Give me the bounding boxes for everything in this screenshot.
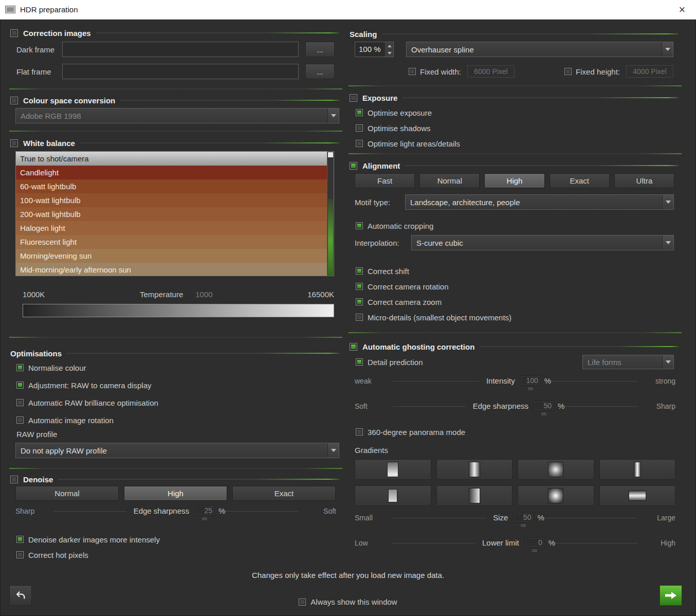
mode-button-high[interactable]: High: [124, 486, 227, 501]
checkbox[interactable]: [356, 314, 363, 321]
chevron-down-icon[interactable]: [662, 42, 673, 57]
option-automatic-raw-brilliance-optimisation[interactable]: Automatic RAW brilliance optimisation: [16, 394, 342, 411]
chevron-down-icon[interactable]: [662, 195, 673, 209]
dark-frame-browse-button[interactable]: ...: [305, 42, 335, 57]
temperature-gradient-bar[interactable]: [23, 304, 334, 317]
option-normalise-colour[interactable]: Normalise colour: [16, 359, 342, 376]
lower-limit-value[interactable]: 0: [524, 537, 545, 553]
wb-item-60-watt-lightbulb[interactable]: 60-watt lightbulb: [16, 179, 327, 193]
gradient-tile-cylinder-horizontal[interactable]: [599, 485, 676, 506]
chevron-down-icon[interactable]: [327, 443, 339, 458]
scaling-method-select[interactable]: Overhauser spline: [406, 42, 673, 57]
mode-button-high[interactable]: High: [484, 173, 544, 188]
mode-button-fast[interactable]: Fast: [355, 173, 415, 188]
mode-button-ultra[interactable]: Ultra: [614, 173, 674, 188]
slider-handle[interactable]: [532, 549, 538, 553]
gradient-tile-cylinder-vertical[interactable]: [436, 459, 513, 480]
alignment-checkbox[interactable]: [350, 162, 357, 170]
chevron-down-icon[interactable]: [327, 108, 339, 123]
always-show-checkbox[interactable]: [299, 599, 306, 606]
flat-frame-input[interactable]: [62, 64, 299, 79]
gradient-tile-linear-vertical[interactable]: [355, 459, 431, 480]
slider-track[interactable]: [393, 381, 479, 382]
edge-sharpness-value[interactable]: 50: [534, 401, 554, 416]
checkbox[interactable]: [16, 536, 24, 543]
motif-type-select[interactable]: Landscape, architecture, people: [405, 194, 674, 210]
dark-frame-input[interactable]: [62, 42, 299, 57]
checkbox[interactable]: [16, 399, 24, 406]
gradient-tile-radial-large[interactable]: [518, 485, 594, 506]
value-box[interactable]: 25: [194, 505, 215, 516]
slider-handle[interactable]: [202, 517, 208, 521]
wb-item-candlelight[interactable]: Candlelight: [16, 166, 327, 179]
wb-item-true-to-shot-camera[interactable]: True to shot/camera: [16, 152, 327, 166]
option-correct-camera-rotation[interactable]: Correct camera rotation: [356, 279, 682, 294]
slider-handle[interactable]: [520, 523, 526, 528]
slider-track[interactable]: [555, 543, 637, 543]
slider-track[interactable]: [544, 518, 637, 518]
exposure-checkbox[interactable]: [350, 94, 357, 102]
panorama-mode-row[interactable]: 360-degree panorama mode: [349, 425, 682, 439]
white-balance-checkbox[interactable]: [10, 139, 18, 147]
wb-item-morning-evening-sun[interactable]: Morning/evening sun: [16, 249, 327, 263]
close-button[interactable]: ×: [673, 1, 691, 19]
spin-up-icon[interactable]: [386, 42, 393, 49]
checkbox[interactable]: [16, 382, 24, 389]
checkbox[interactable]: [356, 267, 363, 275]
gradient-tile-radial-bright-center[interactable]: [518, 459, 594, 480]
option-denoise-darker-images-more-intensely[interactable]: Denoise darker images more intensely: [16, 532, 342, 547]
flat-frame-browse-button[interactable]: ...: [305, 64, 335, 79]
scale-percent-spinner[interactable]: 100 %: [355, 42, 394, 57]
checkbox[interactable]: [16, 416, 24, 424]
slider-track[interactable]: [551, 381, 637, 382]
spin-down-icon[interactable]: [386, 49, 393, 57]
option-optimise-shadows[interactable]: Optimise shadows: [356, 120, 682, 136]
fixed-width-input[interactable]: 6000 Pixel: [467, 65, 515, 78]
wb-item-mid-morning-early-afternoon-sun[interactable]: Mid-morning/early afternoon sun: [16, 263, 327, 276]
checkbox[interactable]: [356, 140, 363, 147]
wb-item-200-watt-lightbulb[interactable]: 200-watt lightbulb: [16, 207, 327, 221]
checkbox[interactable]: [356, 124, 363, 132]
edge-sharpness-value[interactable]: 25: [194, 505, 215, 521]
automatic-cropping-checkbox[interactable]: [356, 222, 363, 229]
mode-button-normal[interactable]: Normal: [15, 486, 119, 501]
gradient-tile-cylinder-vertical-narrow[interactable]: [599, 459, 676, 480]
slider-track[interactable]: [53, 511, 126, 512]
colour-space-checkbox[interactable]: [10, 97, 18, 104]
checkbox[interactable]: [356, 283, 363, 290]
checkbox[interactable]: [16, 364, 24, 371]
option-correct-hot-pixels[interactable]: Correct hot pixels: [16, 547, 342, 563]
fixed-width-checkbox[interactable]: [409, 68, 416, 75]
option-automatic-image-rotation[interactable]: Automatic image rotation: [16, 411, 342, 429]
option-correct-camera-zoom[interactable]: Correct camera zoom: [356, 294, 682, 310]
always-show-row[interactable]: Always show this window: [0, 597, 696, 606]
option-micro-details-smallest-object-movements[interactable]: Micro-details (smallest object movements…: [356, 310, 682, 325]
value-box[interactable]: 50: [534, 401, 554, 411]
slider-track[interactable]: [393, 406, 466, 407]
detail-mode-select[interactable]: Life forms: [582, 355, 674, 369]
value-box[interactable]: 50: [513, 512, 534, 522]
wb-item-halogen-light[interactable]: Halogen light: [16, 221, 327, 235]
checkbox[interactable]: [356, 298, 363, 305]
slider-handle[interactable]: [527, 387, 534, 391]
spinner-buttons[interactable]: [385, 42, 393, 57]
scrollbar-thumb[interactable]: [328, 152, 333, 157]
slider-track[interactable]: [393, 543, 475, 543]
gradient-tile-linear-horizontal[interactable]: [436, 485, 513, 506]
checkbox[interactable]: [356, 109, 363, 116]
option-adjustment-raw-to-camera-display[interactable]: Adjustment: RAW to camera display: [16, 376, 342, 394]
option-correct-shift[interactable]: Correct shift: [356, 263, 682, 279]
fixed-height-input[interactable]: 4000 Pixel: [626, 65, 673, 78]
value-box[interactable]: 100: [520, 375, 541, 386]
raw-profile-select[interactable]: Do not apply RAW profile: [15, 443, 339, 458]
option-optimise-exposure[interactable]: Optimise exposure: [356, 105, 682, 120]
interpolation-select[interactable]: S-curve cubic: [411, 235, 674, 250]
colour-space-select[interactable]: Adobe RGB 1998: [15, 108, 339, 123]
detail-prediction-checkbox[interactable]: [356, 358, 363, 366]
chevron-down-icon[interactable]: [662, 235, 673, 250]
mode-button-exact[interactable]: Exact: [232, 486, 336, 501]
fixed-height-checkbox[interactable]: [564, 68, 572, 75]
panorama-checkbox[interactable]: [356, 428, 363, 436]
gradient-tile-linear-vertical-soft[interactable]: [355, 485, 431, 506]
mode-button-exact[interactable]: Exact: [550, 173, 610, 188]
